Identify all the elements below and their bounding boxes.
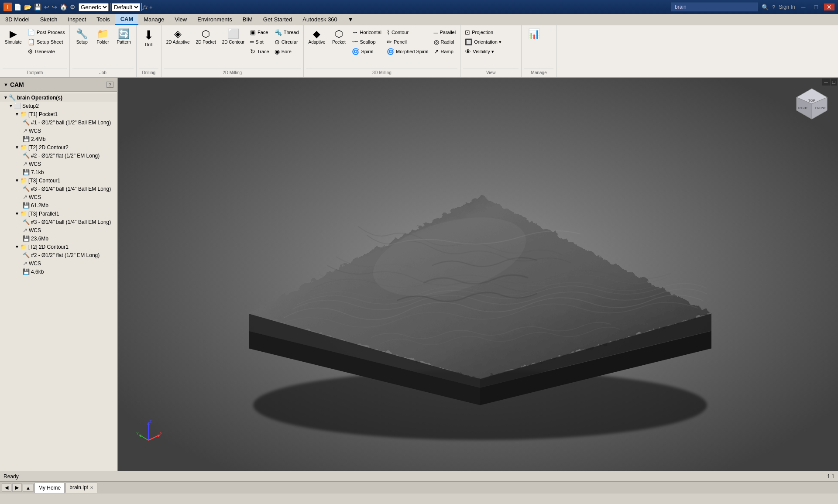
morphed-spiral-btn[interactable]: 🌀 Morphed Spiral [385,47,430,56]
plus-icon[interactable]: + [149,4,153,10]
tree-parallel1-file[interactable]: 💾 23.6Mb [0,234,117,243]
visibility-btn[interactable]: 👁 Visibility ▾ [463,47,503,56]
tree-pocket1-wcs[interactable]: ↗ WCS [0,127,117,135]
ramp-btn[interactable]: ↗ Ramp [432,47,458,56]
radial-btn[interactable]: ◎ Radial [432,38,458,46]
close-btn[interactable]: ✕ [824,3,835,10]
menu-view[interactable]: View [169,14,192,25]
maximize-btn[interactable]: □ [812,3,821,10]
new-icon[interactable]: 📄 [14,3,21,10]
redo-icon[interactable]: ↪ [52,3,57,10]
circular-btn[interactable]: ⊙ Circular [273,38,301,46]
viewport[interactable]: Z X Y TOP FRONT RIGHT [118,78,838,471]
trace-btn[interactable]: ↻ Trace [248,47,271,56]
help-icon[interactable]: ? [772,4,775,10]
tree-contour1[interactable]: ▼ 📁 [T3] Contour1 [0,176,117,185]
style-selector[interactable]: Default [112,3,140,11]
spiral-btn[interactable]: 🌀 Spiral [350,47,383,56]
tree-parallel1[interactable]: ▼ 📁 [T3] Parallel1 [0,209,117,218]
tree-setup2[interactable]: ▼ ⬜ Setup2 [0,102,117,110]
view-cube[interactable]: TOP FRONT RIGHT [794,86,829,121]
thread-btn[interactable]: 🔩 Thread [273,28,301,37]
tab-list-btn[interactable]: ▲ [23,484,34,492]
parallel1-toggle[interactable]: ▼ [15,211,19,216]
menu-environments[interactable]: Environments [192,14,237,25]
2d-adaptive-btn[interactable]: ◈ 2D Adaptive [164,28,192,46]
orientation-btn[interactable]: 🔲 Orientation ▾ [463,38,503,46]
horizontal-btn[interactable]: ↔ Horizontal [350,28,383,37]
folder-btn[interactable]: 📁 Folder [93,28,113,46]
contour1-toggle[interactable]: ▼ [15,178,19,183]
contour2-toggle[interactable]: ▼ [15,145,19,150]
2dcontour1-toggle[interactable]: ▼ [15,244,19,249]
cam-help-btn[interactable]: ? [106,82,113,88]
tree-pocket1[interactable]: ▼ 📁 [T1] Pocket1 [0,110,117,118]
tree-contour1-tool[interactable]: 🔨 #3 - Ø1/4" ball (1/4" Ball EM Long) [0,185,117,193]
post-process-btn[interactable]: 📄 Post Process [26,28,67,37]
face-btn[interactable]: ▣ Face [248,28,271,37]
settings-icon[interactable]: ⚙ [70,3,76,10]
pattern-btn[interactable]: 🔄 Pattern [114,28,134,46]
menu-cam[interactable]: CAM [115,14,139,25]
adaptive-btn[interactable]: ◆ Adaptive [306,28,328,46]
tab-myhome[interactable]: My Home [34,483,65,493]
manage-icon-btn[interactable]: 📊 [524,28,543,40]
tree-2dcontour1-tool[interactable]: 🔨 #2 - Ø1/2" flat (1/2" EM Long) [0,251,117,259]
search-controls-icon[interactable]: 🔍 [762,4,769,10]
setup-btn[interactable]: 🔧 Setup [72,28,92,46]
tree-contour2[interactable]: ▼ 📁 [T2] 2D Contour2 [0,143,117,151]
sign-in-btn[interactable]: Sign In [779,4,795,10]
workspace-selector[interactable]: Generic [79,3,109,11]
root-toggle[interactable]: ▼ [3,95,8,100]
contour3d-btn[interactable]: ⌇ Contour [385,28,430,37]
menu-inspect[interactable]: Inspect [62,14,91,25]
setup2-toggle[interactable]: ▼ [9,103,13,108]
maximize-vp-icon[interactable]: □ [831,79,837,86]
tree-parallel1-wcs[interactable]: ↗ WCS [0,226,117,234]
tree-2dcontour1-wcs[interactable]: ↗ WCS [0,259,117,267]
home-icon[interactable]: 🏠 [60,3,67,10]
pocket1-toggle[interactable]: ▼ [15,112,19,117]
save-icon[interactable]: 💾 [34,3,41,10]
menu-extra[interactable]: ▼ [343,14,359,25]
generate-btn[interactable]: ⚙ Generate [26,47,67,56]
tree-pocket1-tool[interactable]: 🔨 #1 - Ø1/2" ball (1/2" Ball EM Long) [0,118,117,127]
tree-pocket1-file[interactable]: 💾 2.4Mb [0,135,117,143]
drill-btn[interactable]: ⬇ Drill [139,28,158,48]
tree-contour1-file[interactable]: 💾 61.2Mb [0,201,117,209]
bore-btn[interactable]: ◉ Bore [273,47,301,56]
tree-contour2-file[interactable]: 💾 7.1kb [0,168,117,176]
tree-2dcontour1[interactable]: ▼ 📁 [T2] 2D Contour1 [0,243,117,251]
minimize-vp-icon[interactable]: ─ [822,79,830,86]
undo-icon[interactable]: ↩ [44,3,49,10]
tree-parallel1-tool[interactable]: 🔨 #3 - Ø1/4" ball (1/4" Ball EM Long) [0,218,117,226]
cam-tree[interactable]: ▼ 🔧 brain Operation(s) ▼ ⬜ Setup2 ▼ 📁 [T… [0,92,117,471]
cam-expand-icon[interactable]: ▼ [3,82,8,87]
tree-contour2-tool[interactable]: 🔨 #2 - Ø1/2" flat (1/2" EM Long) [0,151,117,160]
parallel-btn[interactable]: ═ Parallel [432,28,458,37]
2d-pocket-btn[interactable]: ⬡ 2D Pocket [194,28,218,46]
menu-autodesk360[interactable]: Autodesk 360 [297,14,343,25]
menu-bim[interactable]: BIM [237,14,258,25]
fx-icon[interactable]: 𝑓𝑥 [143,3,148,10]
slot-btn[interactable]: ━ Slot [248,38,271,46]
pocket3d-btn[interactable]: ⬡ Pocket [329,28,348,46]
minimize-btn[interactable]: ─ [799,3,808,10]
tab-prev-btn[interactable]: ◀ [2,483,11,492]
tree-root[interactable]: ▼ 🔧 brain Operation(s) [0,93,117,102]
menu-3dmodel[interactable]: 3D Model [0,14,35,25]
projection-btn[interactable]: ⊡ Projection [463,28,503,37]
pencil-btn[interactable]: ✏ Pencil [385,38,430,46]
menu-sketch[interactable]: Sketch [35,14,63,25]
tree-contour1-wcs[interactable]: ↗ WCS [0,193,117,201]
menu-manage[interactable]: Manage [138,14,169,25]
tree-2dcontour1-file[interactable]: 💾 4.6kb [0,267,117,276]
menu-getstarted[interactable]: Get Started [258,14,297,25]
setup-sheet-btn[interactable]: 📋 Setup Sheet [26,38,67,46]
open-icon[interactable]: 📂 [24,3,31,10]
tree-contour2-wcs[interactable]: ↗ WCS [0,160,117,168]
2d-contour-btn[interactable]: ⬜ 2D Contour [220,28,247,46]
tab-next-btn[interactable]: ▶ [12,483,22,492]
simulate-btn[interactable]: ▶ Simulate [3,28,24,46]
scallop-btn[interactable]: 〰 Scallop [350,38,383,46]
